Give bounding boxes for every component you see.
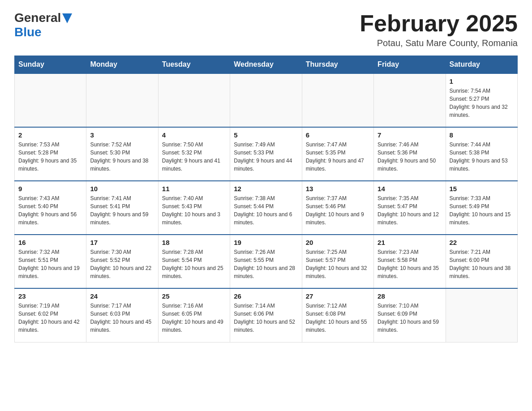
days-header-row: SundayMondayTuesdayWednesdayThursdayFrid… (15, 56, 518, 74)
calendar-cell: 13Sunrise: 7:37 AMSunset: 5:46 PMDayligh… (302, 181, 373, 235)
week-row-2: 9Sunrise: 7:43 AMSunset: 5:40 PMDaylight… (15, 181, 518, 235)
calendar-cell (15, 73, 86, 127)
day-number: 9 (18, 185, 82, 193)
day-info: Sunrise: 7:12 AMSunset: 6:08 PMDaylight:… (306, 302, 370, 334)
day-info: Sunrise: 7:35 AMSunset: 5:47 PMDaylight:… (378, 194, 442, 227)
week-row-0: 1Sunrise: 7:54 AMSunset: 5:27 PMDaylight… (15, 73, 518, 127)
day-number: 15 (450, 185, 514, 193)
day-number: 11 (162, 185, 226, 193)
calendar-cell: 6Sunrise: 7:47 AMSunset: 5:35 PMDaylight… (302, 127, 373, 181)
day-number: 18 (162, 239, 226, 246)
calendar-cell (158, 73, 230, 127)
day-number: 1 (450, 77, 514, 85)
calendar-cell: 28Sunrise: 7:10 AMSunset: 6:09 PMDayligh… (374, 288, 446, 342)
calendar-cell: 22Sunrise: 7:21 AMSunset: 6:00 PMDayligh… (446, 235, 517, 288)
day-header-wednesday: Wednesday (230, 56, 302, 74)
day-info: Sunrise: 7:14 AMSunset: 6:06 PMDaylight:… (234, 302, 298, 334)
calendar-subtitle: Potau, Satu Mare County, Romania (360, 38, 518, 48)
calendar-body: 1Sunrise: 7:54 AMSunset: 5:27 PMDaylight… (15, 73, 518, 342)
day-number: 4 (162, 131, 226, 139)
calendar-cell: 12Sunrise: 7:38 AMSunset: 5:44 PMDayligh… (230, 181, 302, 235)
day-info: Sunrise: 7:50 AMSunset: 5:32 PMDaylight:… (162, 141, 226, 173)
day-number: 8 (450, 131, 514, 139)
day-number: 23 (18, 292, 82, 300)
day-info: Sunrise: 7:26 AMSunset: 5:55 PMDaylight:… (234, 248, 298, 280)
day-info: Sunrise: 7:54 AMSunset: 5:27 PMDaylight:… (450, 87, 514, 119)
week-row-4: 23Sunrise: 7:19 AMSunset: 6:02 PMDayligh… (15, 288, 518, 342)
calendar-cell: 1Sunrise: 7:54 AMSunset: 5:27 PMDaylight… (446, 73, 517, 127)
day-header-friday: Friday (374, 56, 446, 74)
calendar-cell: 10Sunrise: 7:41 AMSunset: 5:41 PMDayligh… (86, 181, 158, 235)
day-number: 26 (234, 292, 298, 300)
svg-marker-0 (62, 13, 72, 23)
calendar-cell: 14Sunrise: 7:35 AMSunset: 5:47 PMDayligh… (374, 181, 446, 235)
calendar-cell: 26Sunrise: 7:14 AMSunset: 6:06 PMDayligh… (230, 288, 302, 342)
day-info: Sunrise: 7:28 AMSunset: 5:54 PMDaylight:… (162, 248, 226, 280)
calendar-cell (446, 288, 517, 342)
calendar-cell: 5Sunrise: 7:49 AMSunset: 5:33 PMDaylight… (230, 127, 302, 181)
day-number: 16 (18, 239, 82, 246)
calendar-cell: 15Sunrise: 7:33 AMSunset: 5:49 PMDayligh… (446, 181, 517, 235)
day-number: 22 (450, 239, 514, 246)
day-number: 27 (306, 292, 370, 300)
day-number: 5 (234, 131, 298, 139)
calendar-cell: 9Sunrise: 7:43 AMSunset: 5:40 PMDaylight… (15, 181, 86, 235)
calendar-cell: 2Sunrise: 7:53 AMSunset: 5:28 PMDaylight… (15, 127, 86, 181)
calendar-cell: 20Sunrise: 7:25 AMSunset: 5:57 PMDayligh… (302, 235, 373, 288)
day-info: Sunrise: 7:19 AMSunset: 6:02 PMDaylight:… (18, 302, 82, 334)
day-info: Sunrise: 7:41 AMSunset: 5:41 PMDaylight:… (90, 194, 154, 227)
day-info: Sunrise: 7:30 AMSunset: 5:52 PMDaylight:… (90, 248, 154, 280)
calendar-title: February 2025 (360, 11, 518, 36)
day-number: 7 (378, 131, 442, 139)
calendar-cell: 17Sunrise: 7:30 AMSunset: 5:52 PMDayligh… (86, 235, 158, 288)
day-number: 3 (90, 131, 154, 139)
day-info: Sunrise: 7:44 AMSunset: 5:38 PMDaylight:… (450, 141, 514, 173)
week-row-1: 2Sunrise: 7:53 AMSunset: 5:28 PMDaylight… (15, 127, 518, 181)
day-header-sunday: Sunday (15, 56, 86, 74)
calendar-cell: 23Sunrise: 7:19 AMSunset: 6:02 PMDayligh… (15, 288, 86, 342)
day-info: Sunrise: 7:21 AMSunset: 6:00 PMDaylight:… (450, 248, 514, 280)
title-group: February 2025 Potau, Satu Mare County, R… (360, 11, 518, 48)
page-header: General Blue February 2025 Potau, Satu M… (14, 11, 518, 48)
calendar-cell (302, 73, 373, 127)
calendar-cell: 11Sunrise: 7:40 AMSunset: 5:43 PMDayligh… (158, 181, 230, 235)
day-info: Sunrise: 7:53 AMSunset: 5:28 PMDaylight:… (18, 141, 82, 173)
calendar-cell: 3Sunrise: 7:52 AMSunset: 5:30 PMDaylight… (86, 127, 158, 181)
calendar-cell (374, 73, 446, 127)
calendar-cell: 25Sunrise: 7:16 AMSunset: 6:05 PMDayligh… (158, 288, 230, 342)
logo-general-text: General (14, 11, 61, 25)
day-info: Sunrise: 7:43 AMSunset: 5:40 PMDaylight:… (18, 194, 82, 227)
day-info: Sunrise: 7:23 AMSunset: 5:58 PMDaylight:… (378, 248, 442, 280)
day-number: 24 (90, 292, 154, 300)
day-number: 12 (234, 185, 298, 193)
logo-blue-text: Blue (14, 25, 42, 39)
day-number: 17 (90, 239, 154, 246)
day-number: 6 (306, 131, 370, 139)
day-info: Sunrise: 7:40 AMSunset: 5:43 PMDaylight:… (162, 194, 226, 227)
logo-triangle-icon (62, 13, 72, 23)
calendar-table: SundayMondayTuesdayWednesdayThursdayFrid… (14, 56, 518, 342)
day-info: Sunrise: 7:38 AMSunset: 5:44 PMDaylight:… (234, 194, 298, 227)
calendar-cell: 21Sunrise: 7:23 AMSunset: 5:58 PMDayligh… (374, 235, 446, 288)
calendar-cell: 16Sunrise: 7:32 AMSunset: 5:51 PMDayligh… (15, 235, 86, 288)
calendar-cell: 27Sunrise: 7:12 AMSunset: 6:08 PMDayligh… (302, 288, 373, 342)
day-header-thursday: Thursday (302, 56, 373, 74)
day-number: 2 (18, 131, 82, 139)
day-header-tuesday: Tuesday (158, 56, 230, 74)
day-number: 25 (162, 292, 226, 300)
calendar-cell: 18Sunrise: 7:28 AMSunset: 5:54 PMDayligh… (158, 235, 230, 288)
calendar-cell: 8Sunrise: 7:44 AMSunset: 5:38 PMDaylight… (446, 127, 517, 181)
day-info: Sunrise: 7:47 AMSunset: 5:35 PMDaylight:… (306, 141, 370, 173)
calendar-cell (230, 73, 302, 127)
day-number: 20 (306, 239, 370, 246)
day-number: 21 (378, 239, 442, 246)
day-info: Sunrise: 7:10 AMSunset: 6:09 PMDaylight:… (378, 302, 442, 334)
day-info: Sunrise: 7:52 AMSunset: 5:30 PMDaylight:… (90, 141, 154, 173)
day-info: Sunrise: 7:37 AMSunset: 5:46 PMDaylight:… (306, 194, 370, 227)
calendar-cell: 24Sunrise: 7:17 AMSunset: 6:03 PMDayligh… (86, 288, 158, 342)
day-info: Sunrise: 7:17 AMSunset: 6:03 PMDaylight:… (90, 302, 154, 334)
day-number: 13 (306, 185, 370, 193)
calendar-cell: 19Sunrise: 7:26 AMSunset: 5:55 PMDayligh… (230, 235, 302, 288)
calendar-cell: 7Sunrise: 7:46 AMSunset: 5:36 PMDaylight… (374, 127, 446, 181)
day-number: 10 (90, 185, 154, 193)
